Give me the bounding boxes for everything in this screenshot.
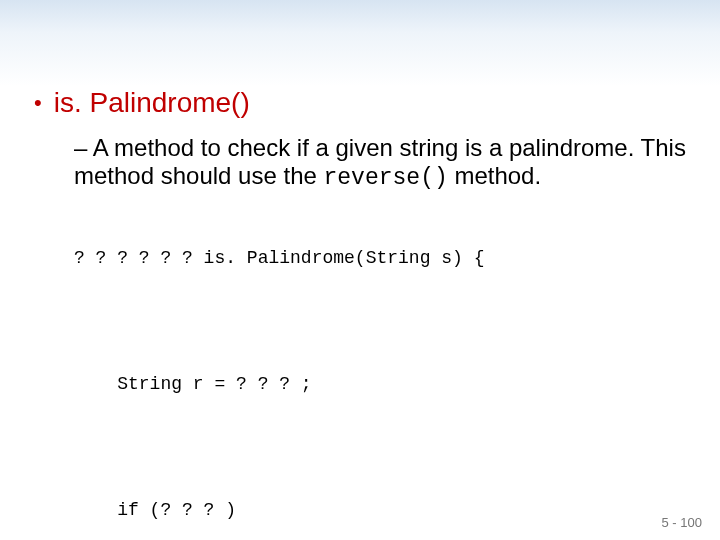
code-block: ? ? ? ? ? ? is. Palindrome(String s) { S… xyxy=(74,206,690,540)
bullet-text: is. Palindrome() xyxy=(54,88,250,118)
sub-bullet-text: – A method to check if a given string is… xyxy=(74,134,686,189)
code-line: ? ? ? ? ? ? is. Palindrome(String s) { xyxy=(74,248,690,269)
code-line: String r = ? ? ? ; xyxy=(74,374,690,395)
inline-code: reverse() xyxy=(324,165,448,191)
sub-text-part2: method. xyxy=(448,162,541,189)
sub-bullet-item: – A method to check if a given string is… xyxy=(74,134,690,192)
code-blank xyxy=(74,437,690,458)
content-area: • is. Palindrome() – A method to check i… xyxy=(30,88,690,540)
code-blank xyxy=(74,311,690,332)
dash-icon: – xyxy=(74,134,93,161)
bullet-dot-icon: • xyxy=(34,88,42,118)
bullet-item: • is. Palindrome() xyxy=(30,88,690,118)
code-line: if (? ? ? ) xyxy=(74,500,690,521)
slide: • is. Palindrome() – A method to check i… xyxy=(0,0,720,540)
slide-number: 5 - 100 xyxy=(662,515,702,530)
